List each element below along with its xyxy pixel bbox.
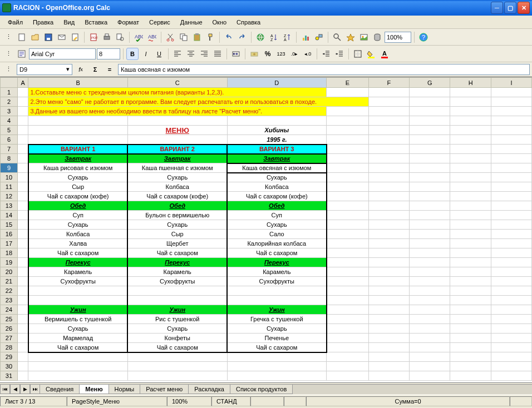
cell[interactable] [17,296,28,305]
cell[interactable]: Хибины [227,126,327,135]
row-header[interactable]: 7 [1,145,18,154]
font-name-combo[interactable] [29,48,96,59]
cell[interactable] [368,145,409,154]
show-draw-button[interactable] [313,31,325,43]
cell[interactable] [17,258,28,267]
cell[interactable] [409,277,450,286]
cell[interactable] [17,220,28,230]
cell[interactable] [127,362,227,371]
cell[interactable] [409,97,450,107]
print-preview-button[interactable] [114,31,126,43]
sort-asc-button[interactable]: AZ [268,31,280,43]
cell[interactable] [409,352,450,362]
cell[interactable] [28,296,128,305]
cell[interactable]: Сухарь [127,173,227,182]
cell[interactable] [368,286,409,296]
cell[interactable] [450,145,491,154]
cell[interactable] [450,126,491,135]
cell[interactable] [450,334,491,343]
menu-view[interactable]: Вид [59,18,79,27]
cell[interactable] [491,182,531,192]
cell[interactable]: Ужин [127,305,227,315]
cell[interactable] [327,88,369,97]
row-header[interactable]: 31 [1,371,18,381]
cell[interactable]: Колбаса [227,182,327,192]
cell[interactable]: Суп [28,211,128,220]
row-header[interactable]: 26 [1,324,18,334]
cell[interactable]: Сухарь [127,324,227,334]
cell[interactable] [368,97,409,107]
merge-cells-button[interactable] [230,48,242,60]
cell[interactable] [450,296,491,305]
cell[interactable]: Сухарь [227,324,327,334]
close-button[interactable]: ✕ [518,2,530,14]
cell[interactable] [450,315,491,324]
status-sum[interactable]: Сумма=0 [306,396,510,406]
cell[interactable] [409,107,450,116]
cell[interactable]: Чай с сахаром [28,343,128,352]
row-header[interactable]: 25 [1,315,18,324]
cell[interactable]: 1995 г. [227,135,327,145]
cell[interactable] [227,352,327,362]
spreadsheet-grid[interactable]: A B C D E F G H I 11.Составьте меню с тр… [0,77,532,382]
cell[interactable]: Халва [28,239,128,248]
cell[interactable] [17,192,28,201]
cell[interactable] [368,258,409,267]
cell[interactable] [17,371,28,381]
email-button[interactable] [56,31,68,43]
cell[interactable]: Колбаса [127,182,227,192]
cell[interactable]: Конфеты [127,334,227,343]
row-header[interactable]: 3 [1,107,18,116]
cell[interactable] [17,126,28,135]
cell[interactable] [327,126,369,135]
cell[interactable]: Карамель [227,267,327,277]
select-all-corner[interactable] [1,78,18,88]
cell[interactable] [368,192,409,201]
cell[interactable] [450,371,491,381]
cell[interactable] [327,362,369,371]
cell[interactable] [127,352,227,362]
underline-button[interactable]: U [153,48,165,60]
cell[interactable]: Сухарь [28,173,128,182]
cell[interactable] [409,239,450,248]
menu-insert[interactable]: Вставка [80,18,112,27]
cell[interactable] [409,286,450,296]
sheet-tab[interactable]: Расчет меню [140,384,189,394]
bold-button[interactable]: B [126,48,139,60]
cell[interactable] [327,315,369,324]
cell[interactable] [450,211,491,220]
cell[interactable] [450,182,491,192]
cell[interactable] [17,201,28,211]
status-selection-mode[interactable] [250,396,284,406]
cell[interactable] [327,305,369,315]
cell[interactable] [327,182,369,192]
fontcolor-button[interactable]: A [378,48,391,60]
cell[interactable] [327,286,369,296]
datasources-button[interactable] [371,31,383,43]
cell[interactable] [17,107,28,116]
row-header[interactable]: 10 [1,173,18,182]
cell[interactable] [491,107,531,116]
cell[interactable]: ВАРИАНТ 1 [28,145,128,154]
cell[interactable] [227,286,327,296]
cell[interactable] [409,211,450,220]
cell[interactable] [368,211,409,220]
cell[interactable] [450,305,491,315]
cell[interactable] [409,88,450,97]
sheet-tab[interactable]: Меню [79,384,109,394]
cell[interactable]: Щербет [127,239,227,248]
zoom-combo[interactable] [385,32,411,43]
row-header[interactable]: 28 [1,343,18,352]
row-header[interactable]: 30 [1,362,18,371]
row-header[interactable]: 24 [1,305,18,315]
cell[interactable] [327,173,369,182]
cell[interactable] [409,173,450,182]
cell[interactable] [450,192,491,201]
cell[interactable] [450,88,491,97]
cell[interactable] [491,352,531,362]
cell[interactable]: Калорийная колбаса [227,239,327,248]
help-button[interactable]: ? [417,31,430,43]
row-header[interactable]: 6 [1,135,18,145]
cell[interactable] [491,239,531,248]
col-header-C[interactable]: C [127,78,227,88]
